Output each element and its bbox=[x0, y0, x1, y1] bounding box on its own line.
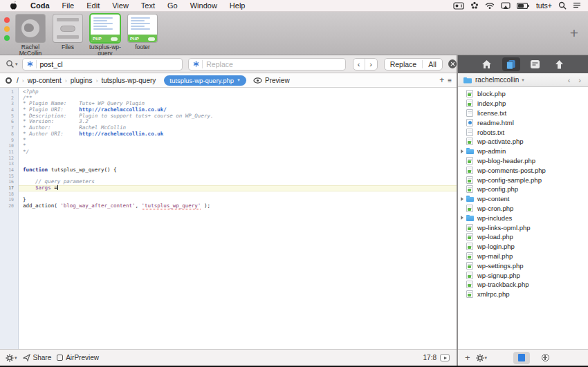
new-file-button[interactable]: + bbox=[465, 352, 470, 363]
menu-item-file[interactable]: File bbox=[56, 1, 81, 10]
file-actions-menu[interactable]: ▾ bbox=[476, 354, 488, 362]
file-item-wp-admin[interactable]: wp-admin bbox=[458, 147, 588, 156]
open-files-list-button[interactable]: ≡ bbox=[448, 77, 451, 84]
airpreview-button[interactable]: AirPreview bbox=[57, 354, 99, 361]
file-item-wp-config.php[interactable]: wp-config.php bbox=[458, 185, 588, 194]
clips-icon[interactable] bbox=[526, 57, 544, 71]
file-item-xmlrpc.php[interactable]: xmlrpc.php bbox=[458, 290, 588, 299]
zoom-window-button[interactable] bbox=[4, 35, 10, 41]
code-line-8[interactable]: 8* Author URI: http://rachelmccollin.co.… bbox=[0, 131, 457, 138]
breadcrumb--[interactable]: / bbox=[15, 77, 20, 84]
minimize-window-button[interactable] bbox=[4, 26, 10, 32]
chevron-down-icon[interactable]: ▾ bbox=[522, 77, 524, 83]
remote-files-toggle[interactable] bbox=[537, 352, 553, 364]
file-item-wp-links-opml.php[interactable]: wp-links-opml.php bbox=[458, 223, 588, 232]
breadcrumb-plugins[interactable]: plugins bbox=[69, 77, 94, 84]
code-line-17[interactable]: 17 $args = bbox=[0, 185, 457, 191]
wildcard-icon[interactable] bbox=[193, 61, 199, 67]
documents-icon[interactable] bbox=[502, 57, 520, 71]
file-item-wp-settings.php[interactable]: wp-settings.php bbox=[458, 261, 588, 270]
code-line-9[interactable]: 9* bbox=[0, 138, 457, 144]
close-find-bar-button[interactable] bbox=[448, 59, 457, 68]
file-item-index.php[interactable]: index.php bbox=[458, 99, 588, 109]
find-options-menu[interactable]: ▾ bbox=[6, 59, 18, 68]
search-icon[interactable] bbox=[558, 1, 567, 10]
file-item-wp-content[interactable]: wp-content bbox=[458, 194, 588, 204]
settings-menu[interactable]: ▾ bbox=[6, 354, 17, 362]
code-line-11[interactable]: 11*/ bbox=[0, 149, 457, 156]
cursor-position[interactable]: 17:8 bbox=[423, 354, 437, 361]
find-next-button[interactable]: › bbox=[365, 59, 377, 70]
code-editor[interactable]: 1<?php2/**3* Plugin Name: Tuts+ WP Query… bbox=[0, 88, 457, 349]
menu-item-window[interactable]: Window bbox=[184, 1, 223, 10]
tab-rachel-mccollin[interactable]: Rachel McCollin bbox=[14, 15, 47, 57]
menu-item-help[interactable]: Help bbox=[223, 1, 252, 10]
replace-all-button[interactable]: All bbox=[423, 60, 442, 68]
file-item-robots.txt[interactable]: robots.txt bbox=[458, 127, 588, 137]
share-button[interactable]: Share bbox=[23, 354, 52, 361]
file-item-wp-cron.php[interactable]: wp-cron.php bbox=[458, 204, 588, 214]
tab-tutsplus-wp-query[interactable]: PHPtutsplus-wp-query bbox=[89, 15, 122, 57]
menu-user-label[interactable]: tuts+ bbox=[536, 1, 552, 10]
wildcard-icon[interactable] bbox=[27, 61, 33, 67]
site-icon[interactable] bbox=[6, 77, 12, 84]
close-window-button[interactable] bbox=[4, 17, 10, 23]
fan-icon[interactable] bbox=[470, 1, 479, 10]
go-to-line-button[interactable] bbox=[440, 354, 450, 361]
wifi-icon[interactable] bbox=[485, 2, 495, 10]
add-split-button[interactable]: + bbox=[439, 75, 444, 85]
sidebar-folder-title[interactable]: rachelmccollin bbox=[475, 76, 519, 84]
menu-item-coda[interactable]: Coda bbox=[24, 1, 56, 10]
file-item-wp-includes[interactable]: wp-includes bbox=[458, 213, 588, 223]
file-item-wp-config-sample.php[interactable]: wp-config-sample.php bbox=[458, 175, 588, 185]
file-item-wp-blog-header.php[interactable]: wp-blog-header.php bbox=[458, 156, 588, 166]
breadcrumb-tutsplus-wp-query[interactable]: tutsplus-wp-query bbox=[100, 77, 157, 84]
disclosure-triangle-icon[interactable] bbox=[461, 197, 466, 201]
tab-footer[interactable]: PHPfooter bbox=[126, 15, 159, 57]
list-icon[interactable] bbox=[573, 2, 581, 9]
code-line-18[interactable]: 18 bbox=[0, 191, 457, 198]
local-files-toggle[interactable] bbox=[513, 352, 530, 364]
file-item-wp-trackback.php[interactable]: wp-trackback.php bbox=[458, 280, 588, 290]
tab-files[interactable]: Files bbox=[51, 15, 84, 57]
code-line-14[interactable]: 14function tutsplus_wp_query() { bbox=[0, 167, 457, 173]
menu-item-edit[interactable]: Edit bbox=[80, 1, 106, 10]
disclosure-triangle-icon[interactable] bbox=[461, 149, 466, 153]
disclosure-triangle-icon[interactable] bbox=[461, 216, 466, 220]
home-icon[interactable] bbox=[478, 57, 496, 71]
search-field[interactable] bbox=[22, 58, 183, 70]
publish-icon[interactable] bbox=[551, 57, 569, 71]
code-line-1[interactable]: 1<?php bbox=[0, 89, 457, 95]
code-line-16[interactable]: 16 // query parameters bbox=[0, 179, 457, 185]
find-previous-button[interactable]: ‹ bbox=[353, 59, 365, 70]
menu-item-text[interactable]: Text bbox=[135, 1, 161, 10]
replace-input[interactable] bbox=[206, 60, 344, 68]
screen-record-icon[interactable] bbox=[453, 2, 464, 10]
file-item-wp-mail.php[interactable]: wp-mail.php bbox=[458, 252, 588, 261]
back-button[interactable]: ‹ bbox=[568, 76, 571, 84]
code-line-20[interactable]: 20add_action( 'blog_way_after_content', … bbox=[0, 203, 457, 209]
file-item-wp-login.php[interactable]: wp-login.php bbox=[458, 242, 588, 252]
file-item-wp-signup.php[interactable]: wp-signup.php bbox=[458, 270, 588, 280]
file-item-license.txt[interactable]: license.txt bbox=[458, 109, 588, 118]
replace-field[interactable] bbox=[188, 58, 345, 70]
new-tab-button[interactable]: + bbox=[570, 27, 578, 39]
breadcrumb-wp-content[interactable]: wp-content bbox=[26, 77, 63, 84]
file-item-wp-comments-post.php[interactable]: wp-comments-post.php bbox=[458, 165, 588, 175]
file-item-readme.html[interactable]: readme.html bbox=[458, 117, 588, 127]
code-line-10[interactable]: 10* bbox=[0, 143, 457, 149]
menu-item-go[interactable]: Go bbox=[161, 1, 184, 10]
search-input[interactable] bbox=[39, 60, 182, 68]
file-item-wp-load.php[interactable]: wp-load.php bbox=[458, 232, 588, 242]
file-item-wp-activate.php[interactable]: wp-activate.php bbox=[458, 137, 588, 147]
replace-button[interactable]: Replace bbox=[385, 60, 423, 68]
display-icon[interactable] bbox=[501, 2, 511, 10]
apple-menu-icon[interactable] bbox=[10, 1, 17, 10]
battery-icon[interactable] bbox=[517, 3, 530, 9]
code-line-12[interactable]: 12 bbox=[0, 156, 457, 162]
active-file-tab[interactable]: tutsplus-wp-query.php ▼ bbox=[164, 75, 246, 86]
file-item-block.php[interactable]: block.php bbox=[458, 89, 588, 99]
preview-button[interactable]: Preview bbox=[253, 77, 290, 84]
forward-button[interactable]: › bbox=[578, 76, 581, 84]
menu-item-view[interactable]: View bbox=[106, 1, 135, 10]
